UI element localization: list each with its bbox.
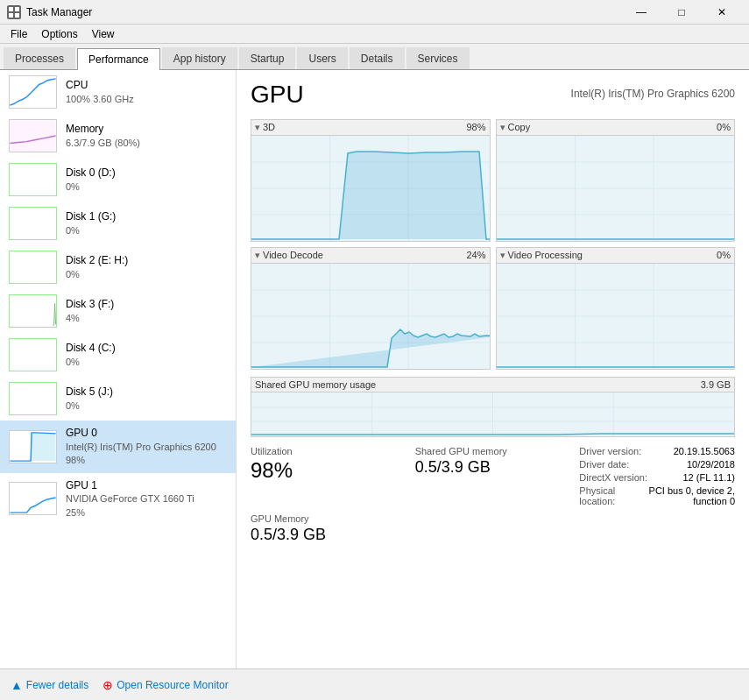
disk0-thumbnail	[9, 163, 57, 196]
svg-rect-7	[10, 164, 55, 195]
shared-gpu-memory-stat: Shared GPU memory 0.5/3.9 GB	[415, 446, 571, 506]
chart-3d-canvas	[251, 136, 490, 241]
sidebar-item-cpu[interactable]: CPU 100% 3.60 GHz	[0, 70, 236, 114]
menu-view[interactable]: View	[85, 26, 122, 42]
chart-copy-header: ▾Copy 0%	[497, 120, 735, 136]
cpu-label: CPU 100% 3.60 GHz	[66, 78, 134, 106]
sidebar-item-disk3[interactable]: Disk 3 (F:) 4%	[0, 289, 236, 333]
sidebar-item-gpu0[interactable]: GPU 0 Intel(R) Iris(TM) Pro Graphics 620…	[0, 421, 236, 473]
disk5-label: Disk 5 (J:) 0%	[66, 385, 113, 413]
gpu-memory-value: 0.5/3.9 GB	[251, 526, 735, 544]
directx-version-value: 12 (FL 11.1)	[682, 472, 735, 483]
sidebar: CPU 100% 3.60 GHz Memory 6.3/7.9 GB (80%…	[0, 70, 237, 668]
gpu-memory-label: GPU Memory	[251, 513, 735, 524]
chart-video-decode-value: 24%	[466, 250, 485, 261]
tab-services[interactable]: Services	[406, 47, 470, 69]
sidebar-item-disk4[interactable]: Disk 4 (C:) 0%	[0, 333, 236, 377]
main-layout: CPU 100% 3.60 GHz Memory 6.3/7.9 GB (80%…	[0, 70, 749, 668]
utilization-stat: Utilization 98%	[251, 446, 406, 506]
svg-rect-6	[10, 120, 55, 152]
shared-gpu-memory-value: 0.5/3.9 GB	[415, 458, 571, 477]
disk4-label: Disk 4 (C:) 0%	[66, 341, 116, 369]
memory-bar-label: Shared GPU memory usage	[255, 379, 376, 390]
gpu-model-name: Intel(R) Iris(TM) Pro Graphics 6200	[571, 81, 735, 100]
fewer-details-label: Fewer details	[26, 679, 88, 691]
chart-video-processing-label: ▾Video Processing	[500, 250, 583, 261]
gpu1-label: GPU 1 NVIDIA GeForce GTX 1660 Ti 25%	[66, 478, 194, 520]
gpu0-label: GPU 0 Intel(R) Iris(TM) Pro Graphics 620…	[66, 426, 216, 468]
memory-thumbnail	[9, 119, 57, 152]
disk1-label: Disk 1 (G:) 0%	[66, 209, 116, 237]
chart-video-processing-header: ▾Video Processing 0%	[497, 248, 735, 264]
driver-date-value: 10/29/2018	[687, 459, 735, 470]
gpu1-thumbnail	[9, 482, 57, 515]
chart-video-decode: ▾Video Decode 24%	[251, 247, 491, 370]
maximize-button[interactable]: □	[661, 0, 702, 25]
sidebar-item-disk2[interactable]: Disk 2 (E: H:) 0%	[0, 245, 236, 289]
memory-bar-canvas	[251, 392, 734, 436]
driver-info-section: Driver version: 20.19.15.5063 Driver dat…	[579, 446, 735, 506]
gpu-memory-section: GPU Memory 0.5/3.9 GB	[251, 513, 735, 544]
open-resource-monitor-link[interactable]: ⊕ Open Resource Monitor	[102, 678, 228, 692]
tab-users[interactable]: Users	[297, 47, 347, 69]
disk5-thumbnail	[9, 382, 57, 415]
chart-3d: ▾3D 98%	[251, 119, 491, 242]
sidebar-item-disk5[interactable]: Disk 5 (J:) 0%	[0, 377, 236, 421]
chart-3d-label: ▾3D	[255, 122, 275, 133]
disk2-thumbnail	[9, 251, 57, 284]
page-title: GPU	[251, 81, 304, 109]
menu-file[interactable]: File	[4, 26, 34, 42]
directx-version-label: DirectX version:	[579, 472, 647, 483]
app-title: Task Manager	[26, 6, 92, 18]
svg-rect-4	[10, 76, 55, 108]
cpu-thumbnail	[9, 75, 57, 109]
chart-video-processing: ▾Video Processing 0%	[496, 247, 736, 370]
sidebar-item-disk1[interactable]: Disk 1 (G:) 0%	[0, 202, 236, 245]
close-button[interactable]: ✕	[702, 0, 742, 25]
chart-video-processing-canvas	[497, 264, 735, 369]
svg-rect-12	[10, 383, 55, 414]
fewer-details-link[interactable]: ▲ Fewer details	[11, 678, 88, 692]
open-resource-monitor-label: Open Resource Monitor	[117, 679, 228, 691]
svg-rect-9	[10, 251, 55, 283]
chart-3d-header: ▾3D 98%	[251, 120, 490, 136]
tab-details[interactable]: Details	[350, 47, 405, 69]
content-header: GPU Intel(R) Iris(TM) Pro Graphics 6200	[251, 81, 735, 109]
chart-copy-canvas	[497, 136, 735, 241]
svg-rect-11	[10, 339, 55, 371]
tab-startup[interactable]: Startup	[239, 47, 296, 69]
disk4-thumbnail	[9, 338, 57, 371]
minimize-button[interactable]: —	[621, 0, 661, 25]
svg-rect-2	[9, 13, 13, 18]
app-icon	[7, 5, 21, 19]
chart-3d-value: 98%	[466, 122, 485, 133]
svg-rect-8	[10, 208, 55, 239]
disk3-label: Disk 3 (F:) 4%	[66, 297, 114, 325]
sidebar-item-gpu1[interactable]: GPU 1 NVIDIA GeForce GTX 1660 Ti 25%	[0, 473, 236, 526]
content-panel: GPU Intel(R) Iris(TM) Pro Graphics 6200 …	[237, 70, 749, 668]
chart-copy-label: ▾Copy	[500, 122, 531, 133]
svg-rect-3	[15, 13, 19, 18]
physical-location-label: Physical location:	[579, 485, 635, 506]
svg-rect-10	[10, 295, 55, 327]
monitor-icon: ⊕	[102, 678, 113, 692]
chart-video-processing-value: 0%	[717, 250, 731, 261]
sidebar-item-memory[interactable]: Memory 6.3/7.9 GB (80%)	[0, 114, 236, 158]
physical-location-value: PCI bus 0, device 2, function 0	[636, 485, 735, 506]
charts-grid: ▾3D 98%	[251, 119, 735, 370]
driver-version-value: 20.19.15.5063	[674, 446, 735, 456]
tab-app-history[interactable]: App history	[162, 47, 237, 69]
driver-date-label: Driver date:	[579, 459, 629, 470]
window-controls: — □ ✕	[621, 0, 742, 25]
chart-video-decode-canvas	[251, 264, 490, 369]
chart-video-decode-label: ▾Video Decode	[255, 250, 323, 261]
sidebar-item-disk0[interactable]: Disk 0 (D:) 0%	[0, 158, 236, 202]
tab-performance[interactable]: Performance	[77, 48, 160, 70]
menu-options[interactable]: Options	[34, 26, 84, 42]
chart-copy: ▾Copy 0%	[496, 119, 736, 242]
menu-bar: File Options View	[0, 25, 749, 44]
memory-label: Memory 6.3/7.9 GB (80%)	[66, 122, 140, 150]
tab-processes[interactable]: Processes	[4, 47, 75, 69]
memory-bar-value: 3.9 GB	[701, 379, 731, 390]
svg-rect-0	[9, 7, 13, 11]
